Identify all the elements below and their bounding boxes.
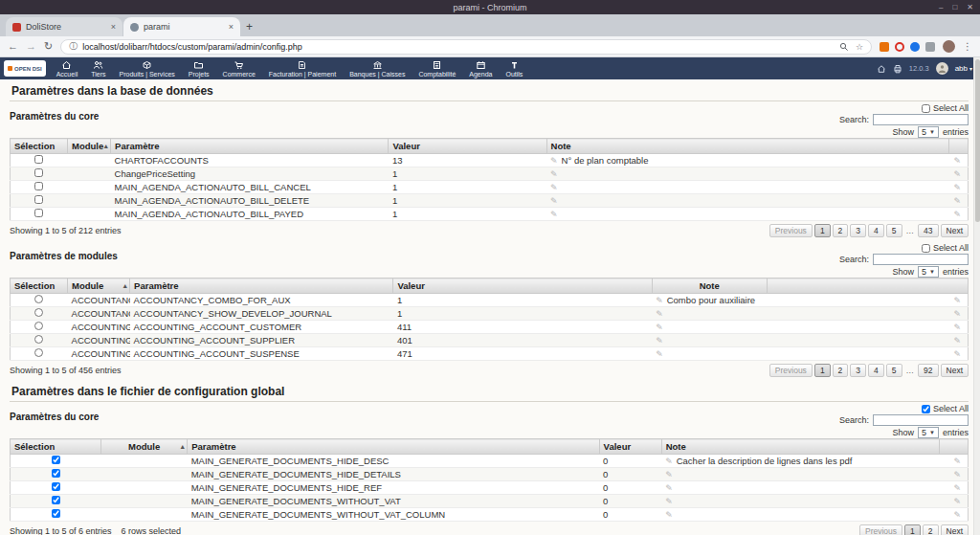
edit-note-icon[interactable]: ✎	[550, 196, 558, 206]
page-button[interactable]: 43	[918, 224, 938, 237]
extension-icon[interactable]	[895, 42, 904, 52]
menu-item-facturation-paiement[interactable]: Facturation | Paiement	[262, 57, 343, 79]
row-checkbox[interactable]	[34, 195, 43, 204]
select-all-checkbox[interactable]	[922, 104, 930, 113]
edit-note-icon[interactable]: ✎	[656, 336, 663, 346]
browser-profile-avatar[interactable]	[943, 40, 955, 53]
tab-parami[interactable]: parami ×	[123, 17, 240, 36]
page-info-icon[interactable]: ⓘ	[69, 40, 78, 53]
page-button[interactable]: 1	[814, 224, 831, 237]
row-radio[interactable]	[34, 322, 43, 330]
new-tab-button[interactable]: +	[240, 20, 258, 36]
close-tab-icon[interactable]: ×	[111, 22, 116, 32]
page-button[interactable]: 5	[886, 224, 902, 237]
col-parametre[interactable]: Paramètre	[188, 439, 599, 455]
row-checkbox[interactable]	[34, 182, 43, 190]
col-parametre[interactable]: Paramètre	[111, 139, 389, 154]
row-checkbox[interactable]	[52, 509, 60, 518]
edit-note-icon[interactable]: ✎	[665, 510, 673, 520]
col-module[interactable]: Module▲	[68, 279, 130, 294]
opendsi-logo[interactable]: OPEN DSI	[4, 60, 46, 77]
edit-note-icon[interactable]: ✎	[656, 296, 663, 305]
edit-row-icon[interactable]: ✎	[953, 336, 961, 346]
page-button[interactable]: 2	[833, 224, 849, 237]
page-button[interactable]: 2	[833, 364, 849, 377]
user-menu[interactable]: abb ▾	[955, 64, 972, 73]
scrollbar-thumb[interactable]	[975, 59, 980, 222]
address-bar[interactable]: ⓘ localhost/dolibarr/htdocs/custom/param…	[60, 39, 872, 55]
edit-row-icon[interactable]: ✎	[953, 156, 961, 166]
edit-row-icon[interactable]: ✎	[953, 510, 961, 520]
row-checkbox[interactable]	[34, 155, 43, 164]
edit-row-icon[interactable]: ✎	[953, 323, 961, 332]
extension-icon[interactable]	[910, 42, 920, 52]
menu-item-agenda[interactable]: Agenda	[462, 57, 499, 79]
edit-note-icon[interactable]: ✎	[665, 470, 673, 479]
menu-item-tiers[interactable]: Tiers	[84, 57, 112, 79]
previous-button[interactable]: Previous	[859, 524, 902, 535]
page-size-select[interactable]: 5 ▼	[918, 126, 939, 138]
edit-note-icon[interactable]: ✎	[550, 156, 558, 166]
previous-button[interactable]: Previous	[769, 224, 813, 237]
col-parametre[interactable]: Paramètre	[130, 279, 393, 294]
select-all[interactable]: Select All	[922, 404, 969, 413]
col-module[interactable]: Module▲	[68, 139, 111, 154]
edit-note-icon[interactable]: ✎	[550, 210, 558, 219]
page-button[interactable]: 4	[868, 364, 884, 377]
edit-row-icon[interactable]: ✎	[953, 183, 961, 192]
row-radio[interactable]	[34, 308, 43, 317]
menu-item-accueil[interactable]: Accueil	[50, 57, 85, 79]
col-valeur[interactable]: Valeur	[389, 139, 546, 154]
page-button[interactable]: 3	[850, 364, 866, 377]
page-button[interactable]: 5	[886, 364, 902, 377]
edit-note-icon[interactable]: ✎	[550, 183, 558, 192]
forward-button[interactable]: →	[26, 41, 36, 52]
search-input[interactable]	[873, 114, 969, 125]
edit-row-icon[interactable]: ✎	[953, 497, 961, 506]
col-valeur[interactable]: Valeur	[599, 439, 661, 455]
select-all-checkbox[interactable]	[922, 244, 930, 253]
edit-row-icon[interactable]: ✎	[953, 470, 961, 479]
browser-menu-icon[interactable]: ⋮	[963, 41, 972, 52]
menu-item-banques-caisses[interactable]: Banques | Caisses	[343, 57, 412, 79]
page-size-select[interactable]: 5 ▼	[918, 427, 939, 438]
select-all[interactable]: Select All	[922, 243, 969, 253]
select-all-checkbox[interactable]	[922, 405, 930, 413]
printer-icon[interactable]	[893, 64, 902, 74]
col-note[interactable]: Note	[546, 139, 948, 154]
edit-note-icon[interactable]: ✎	[550, 169, 558, 179]
home-shortcut-icon[interactable]	[877, 64, 886, 74]
row-checkbox[interactable]	[52, 482, 60, 491]
next-button[interactable]: Next	[941, 224, 969, 237]
edit-row-icon[interactable]: ✎	[953, 169, 961, 179]
col-selection[interactable]: Sélection	[11, 439, 101, 455]
col-note[interactable]: Note	[661, 439, 939, 455]
search-input[interactable]	[873, 254, 969, 265]
next-button[interactable]: Next	[941, 364, 969, 377]
row-checkbox[interactable]	[34, 168, 43, 177]
extension-icon[interactable]	[880, 42, 889, 52]
menu-item-commerce[interactable]: Commerce	[216, 57, 262, 79]
col-selection[interactable]: Sélection	[11, 139, 68, 154]
edit-note-icon[interactable]: ✎	[665, 483, 673, 493]
edit-note-icon[interactable]: ✎	[656, 349, 663, 359]
col-selection[interactable]: Sélection	[11, 279, 68, 294]
menu-item-comptabilite[interactable]: Comptabilité	[412, 57, 462, 79]
edit-row-icon[interactable]: ✎	[953, 296, 961, 305]
next-button[interactable]: Next	[941, 524, 969, 535]
page-button[interactable]: 1	[904, 524, 921, 535]
edit-row-icon[interactable]: ✎	[953, 210, 961, 219]
edit-row-icon[interactable]: ✎	[953, 309, 961, 319]
row-checkbox[interactable]	[52, 496, 60, 504]
close-tab-icon[interactable]: ×	[229, 22, 234, 32]
page-button[interactable]: 3	[850, 224, 866, 237]
row-radio[interactable]	[34, 295, 43, 303]
tab-dolistore[interactable]: DoliStore ×	[6, 17, 122, 36]
edit-note-icon[interactable]: ✎	[656, 323, 663, 332]
edit-note-icon[interactable]: ✎	[665, 457, 673, 466]
edit-note-icon[interactable]: ✎	[656, 309, 663, 319]
zoom-icon[interactable]	[839, 42, 849, 52]
window-minimize-button[interactable]: –	[939, 3, 943, 11]
row-checkbox[interactable]	[52, 469, 60, 478]
window-close-button[interactable]: ✕	[967, 3, 973, 11]
